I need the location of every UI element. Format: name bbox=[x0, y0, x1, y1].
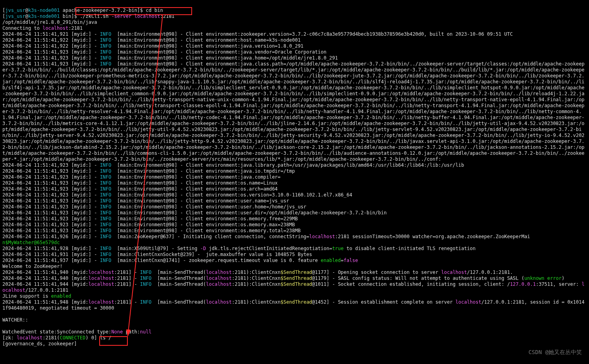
highlight-box-ls bbox=[99, 336, 128, 346]
session-line: 2024-06-24 11:51:41,948 [myid:localhost:… bbox=[2, 299, 585, 311]
zk-init-line: 2024-06-24 11:51:41,926 [myid:] - INFO [… bbox=[2, 234, 530, 239]
classpath-line: 2024-06-24 11:51:41,923 [myid:] - INFO [… bbox=[2, 61, 585, 162]
watcher-obj: n$MyWatcher@65e579dc bbox=[2, 240, 60, 245]
terminal-output[interactable]: [jvs_usr@k3s-node001 apache-zookeeper-3.… bbox=[0, 0, 589, 349]
sasl-line: 2024-06-24 11:51:41,940 [myid:localhost:… bbox=[2, 275, 564, 281]
jline-line: JLine support is enabled bbox=[2, 293, 71, 299]
env2-block: 2024-06-24 11:51:41,923 [myid:] - INFO [… bbox=[2, 162, 464, 233]
cnxn-line: 2024-06-24 11:51:41,937 [myid:] - INFO [… bbox=[2, 258, 358, 263]
ls-result: [governance_ds, zookeeper] bbox=[2, 341, 77, 347]
watcher-header: WATCHER:: bbox=[2, 317, 28, 323]
watermark: CSDN @她又在丛中笑 bbox=[528, 349, 582, 355]
zk-prompt[interactable]: [zk: localhost:2181(CONNECTED) 0] ls / bbox=[2, 335, 112, 341]
cnxnsock-line: 2024-06-24 11:51:41,931 [myid:] - INFO [… bbox=[2, 252, 312, 257]
watched-event-line: WatchedEvent state:SyncConnected type:No… bbox=[2, 329, 152, 335]
highlight-box-command bbox=[75, 7, 192, 15]
java-path: /opt/middle/jre1.8.0_291/bin/java bbox=[2, 19, 97, 25]
welcome-line: Welcome to ZooKeeper! bbox=[2, 264, 63, 269]
env-block: 2024-06-24 11:51:41,921 [myid:] - INFO [… bbox=[2, 31, 513, 61]
x509-line: 2024-06-24 11:51:41,928 [myid:] - INFO [… bbox=[2, 246, 475, 251]
connecting-line: Connecting to localhost:2181 bbox=[2, 25, 83, 31]
sockest-line: 2024-06-24 11:51:41,944 [myid:localhost:… bbox=[2, 281, 585, 293]
open-sock-line: 2024-06-24 11:51:41,940 [myid:localhost:… bbox=[2, 270, 513, 275]
